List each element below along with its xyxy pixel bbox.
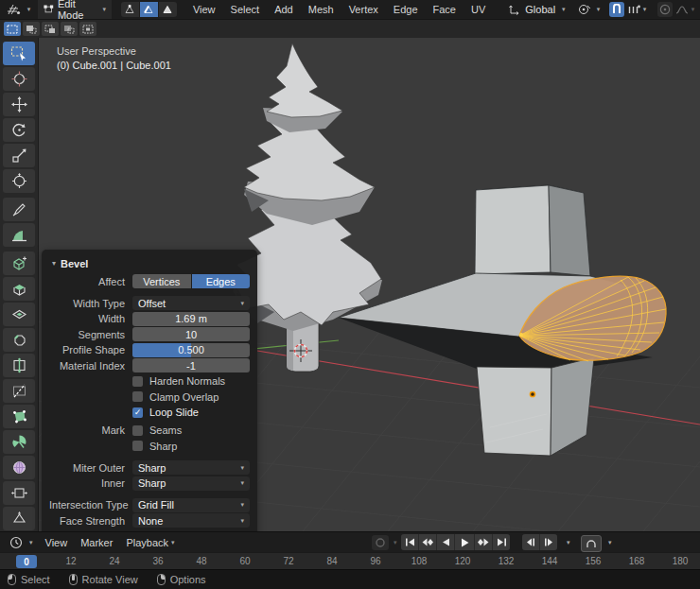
menu-face[interactable]: Face xyxy=(427,0,463,19)
editor-type-caret[interactable]: ▾ xyxy=(27,6,31,13)
object-origin-point[interactable] xyxy=(530,391,534,396)
play-button[interactable] xyxy=(455,534,474,550)
view-perspective-label: User Perspective xyxy=(57,45,136,57)
vertex-select-mode-button[interactable] xyxy=(121,2,139,17)
snap-toggle-button[interactable] xyxy=(609,2,624,17)
affect-edges-button[interactable]: Edges xyxy=(192,274,251,288)
pivot-caret[interactable]: ▾ xyxy=(597,6,601,13)
menu-mesh[interactable]: Mesh xyxy=(302,0,341,19)
timeline-menu-playback[interactable]: Playback xyxy=(119,533,175,552)
tool-edge-slide[interactable] xyxy=(3,481,35,505)
sharp-checkbox[interactable] xyxy=(132,441,143,451)
transform-orientation-dropdown[interactable]: Global ▾ xyxy=(503,2,570,17)
miter-inner-dropdown[interactable]: Sharp ▾ xyxy=(132,476,250,491)
status-options-label: Options xyxy=(170,574,206,585)
tool-cursor[interactable] xyxy=(3,67,35,91)
harden-normals-checkbox[interactable] xyxy=(132,376,143,387)
segments-label: Segments xyxy=(49,329,132,340)
face-select-mode-button[interactable] xyxy=(159,2,177,17)
tool-select-box[interactable] xyxy=(3,42,35,65)
select-mode-extend-button[interactable] xyxy=(23,22,40,36)
mouse-left-icon xyxy=(8,574,16,585)
select-mode-subtract-button[interactable] xyxy=(42,22,59,36)
frame-step-caret[interactable]: ▾ xyxy=(567,539,570,546)
intersection-type-dropdown[interactable]: Grid Fill ▾ xyxy=(132,498,250,512)
orientation-caret: ▾ xyxy=(562,6,566,13)
tool-knife[interactable] xyxy=(3,379,35,403)
material-index-field[interactable]: -1 xyxy=(132,358,250,372)
prev-frame-button[interactable] xyxy=(522,534,539,550)
auto-keying-record-button[interactable] xyxy=(372,535,389,550)
proportional-editing-toggle[interactable] xyxy=(657,2,673,17)
tool-spin[interactable] xyxy=(3,430,35,454)
menu-edge[interactable]: Edge xyxy=(387,0,425,19)
tool-annotate[interactable] xyxy=(3,198,35,221)
miter-outer-dropdown[interactable]: Sharp ▾ xyxy=(132,460,250,475)
current-frame-indicator[interactable]: 0 xyxy=(16,555,37,568)
width-value: 1.69 m xyxy=(175,313,207,324)
active-object-label: (0) Cube.001 | Cube.001 xyxy=(57,60,171,71)
tool-scale[interactable] xyxy=(3,144,35,167)
width-field[interactable]: 1.69 m xyxy=(132,312,250,326)
mode-label: Edit Mode xyxy=(58,0,96,21)
tool-poly-build[interactable] xyxy=(3,405,35,428)
keying-caret[interactable]: ▾ xyxy=(608,539,612,546)
tool-smooth[interactable] xyxy=(3,456,35,479)
profile-shape-slider[interactable]: 0.500 xyxy=(132,343,250,357)
face-strength-dropdown[interactable]: None ▾ xyxy=(132,513,250,528)
keying-set-button[interactable] xyxy=(581,535,602,552)
proportional-falloff-dropdown[interactable]: ▾ xyxy=(674,2,695,17)
select-mode-intersect-button[interactable] xyxy=(79,22,96,36)
tool-measure[interactable] xyxy=(3,223,35,247)
clamp-overlap-checkbox[interactable] xyxy=(132,391,143,402)
face-strength-caret: ▾ xyxy=(240,517,244,525)
width-type-dropdown[interactable]: Offset ▾ xyxy=(132,296,250,310)
tool-loop-cut[interactable] xyxy=(3,354,35,377)
timeline-editor-caret[interactable]: ▾ xyxy=(29,539,33,546)
tool-extrude-region[interactable] xyxy=(3,277,35,301)
falloff-curve-icon xyxy=(675,5,689,15)
material-index-label: Material Index xyxy=(49,360,132,372)
auto-keying-caret[interactable]: ▾ xyxy=(394,539,397,546)
select-mode-invert-button[interactable] xyxy=(61,22,78,36)
panel-header[interactable]: ▾ Bevel xyxy=(49,255,250,271)
menu-uv[interactable]: UV xyxy=(464,0,492,19)
pivot-point-dropdown[interactable] xyxy=(577,2,592,17)
tool-rotate[interactable] xyxy=(3,118,35,142)
material-index-value: -1 xyxy=(186,360,196,372)
intersection-caret: ▾ xyxy=(240,501,244,509)
viewport-3d[interactable]: User Perspective (0) Cube.001 | Cube.001 xyxy=(0,38,700,531)
face-select-icon xyxy=(162,5,173,15)
editor-type-selector[interactable] xyxy=(5,2,23,17)
panel-collapse-icon: ▾ xyxy=(52,259,56,268)
timeline-editor-selector[interactable] xyxy=(6,535,26,550)
menu-vertex[interactable]: Vertex xyxy=(342,0,385,19)
jump-to-start-button[interactable] xyxy=(401,534,418,550)
menu-view[interactable]: View xyxy=(186,0,222,19)
tool-move[interactable] xyxy=(3,93,35,116)
intersection-type-value: Grid Fill xyxy=(138,499,174,511)
menu-select[interactable]: Select xyxy=(224,0,267,19)
menu-add[interactable]: Add xyxy=(268,0,300,19)
jump-to-end-button[interactable] xyxy=(493,534,510,550)
tool-inset-faces[interactable] xyxy=(3,303,35,326)
select-subtract-icon xyxy=(44,25,56,34)
segments-field[interactable]: 10 xyxy=(132,327,250,341)
edge-select-mode-button[interactable] xyxy=(140,2,158,17)
loop-slide-checkbox[interactable]: ✓ xyxy=(132,407,143,418)
prev-keyframe-button[interactable] xyxy=(419,534,436,550)
next-frame-button[interactable] xyxy=(540,534,557,550)
tool-add-cube[interactable] xyxy=(3,251,35,275)
timeline-ruler[interactable]: 0 12 24 36 48 60 72 84 96 108 120 132 14… xyxy=(0,552,700,570)
tool-shrink-fatten[interactable] xyxy=(3,507,35,530)
select-mode-set-button[interactable] xyxy=(4,22,21,36)
play-reverse-button[interactable] xyxy=(437,534,454,550)
timeline-menu-marker[interactable]: Marker xyxy=(74,533,119,552)
snap-with-dropdown[interactable]: ▾ xyxy=(626,2,647,17)
seams-checkbox[interactable] xyxy=(132,425,143,436)
timeline-menu-view[interactable]: View xyxy=(39,533,75,552)
affect-vertices-button[interactable]: Vertices xyxy=(132,274,191,288)
tool-bevel[interactable] xyxy=(3,328,35,352)
next-keyframe-button[interactable] xyxy=(475,534,492,550)
tool-transform[interactable] xyxy=(3,169,35,193)
